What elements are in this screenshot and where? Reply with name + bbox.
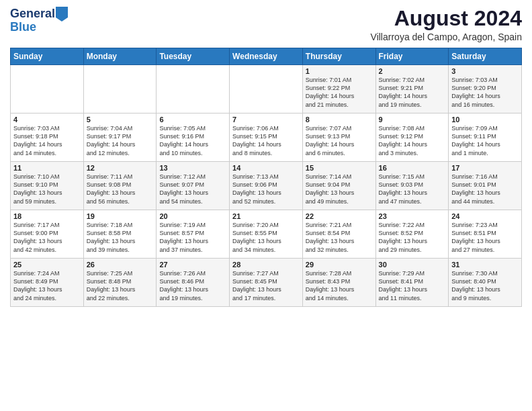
day-number: 9: [379, 116, 446, 124]
day-info: Sunrise: 7:26 AM Sunset: 8:46 PM Dayligh…: [159, 269, 226, 302]
week-row-3: 11Sunrise: 7:10 AM Sunset: 9:10 PM Dayli…: [11, 162, 522, 210]
day-info: Sunrise: 7:07 AM Sunset: 9:13 PM Dayligh…: [306, 124, 373, 157]
day-number: 20: [159, 212, 226, 220]
weekday-header-thursday: Thursday: [302, 48, 375, 65]
day-number: 19: [87, 212, 154, 220]
day-number: 2: [379, 67, 446, 75]
day-info: Sunrise: 7:30 AM Sunset: 8:40 PM Dayligh…: [451, 269, 519, 302]
day-cell: 11Sunrise: 7:10 AM Sunset: 9:10 PM Dayli…: [11, 162, 84, 210]
week-row-4: 18Sunrise: 7:17 AM Sunset: 9:00 PM Dayli…: [11, 210, 522, 259]
day-info: Sunrise: 7:18 AM Sunset: 8:58 PM Dayligh…: [87, 221, 154, 254]
day-number: 22: [306, 212, 373, 220]
day-cell: 6Sunrise: 7:05 AM Sunset: 9:16 PM Daylig…: [157, 113, 230, 162]
day-number: 23: [379, 212, 446, 220]
day-cell: 1Sunrise: 7:01 AM Sunset: 9:22 PM Daylig…: [302, 65, 375, 113]
day-number: 31: [451, 261, 519, 269]
day-info: Sunrise: 7:10 AM Sunset: 9:10 PM Dayligh…: [13, 173, 81, 205]
day-cell: 21Sunrise: 7:20 AM Sunset: 8:55 PM Dayli…: [230, 210, 303, 259]
weekday-header-monday: Monday: [83, 48, 157, 65]
day-info: Sunrise: 7:12 AM Sunset: 9:07 PM Dayligh…: [159, 173, 226, 205]
day-info: Sunrise: 7:06 AM Sunset: 9:15 PM Dayligh…: [232, 124, 300, 157]
day-cell: 18Sunrise: 7:17 AM Sunset: 9:00 PM Dayli…: [11, 210, 84, 259]
day-cell: 23Sunrise: 7:22 AM Sunset: 8:52 PM Dayli…: [375, 210, 449, 259]
day-number: 21: [232, 212, 300, 220]
day-info: Sunrise: 7:29 AM Sunset: 8:41 PM Dayligh…: [379, 269, 446, 302]
day-number: 11: [13, 164, 81, 172]
header-row: SundayMondayTuesdayWednesdayThursdayFrid…: [11, 48, 522, 65]
day-info: Sunrise: 7:16 AM Sunset: 9:01 PM Dayligh…: [451, 173, 519, 205]
day-cell: 30Sunrise: 7:29 AM Sunset: 8:41 PM Dayli…: [375, 259, 449, 307]
day-cell: 12Sunrise: 7:11 AM Sunset: 9:08 PM Dayli…: [83, 162, 157, 210]
weekday-header-sunday: Sunday: [11, 48, 84, 65]
day-number: 3: [451, 67, 519, 75]
day-number: 27: [159, 261, 226, 269]
day-info: Sunrise: 7:03 AM Sunset: 9:18 PM Dayligh…: [13, 124, 81, 157]
day-number: 29: [306, 261, 373, 269]
day-info: Sunrise: 7:27 AM Sunset: 8:45 PM Dayligh…: [232, 269, 300, 302]
day-cell: 28Sunrise: 7:27 AM Sunset: 8:45 PM Dayli…: [230, 259, 303, 307]
weekday-header-saturday: Saturday: [449, 48, 522, 65]
day-cell: 19Sunrise: 7:18 AM Sunset: 8:58 PM Dayli…: [83, 210, 157, 259]
day-number: 16: [379, 164, 446, 172]
day-number: 24: [451, 212, 519, 220]
day-info: Sunrise: 7:28 AM Sunset: 8:43 PM Dayligh…: [306, 269, 373, 302]
day-cell: 8Sunrise: 7:07 AM Sunset: 9:13 PM Daylig…: [302, 113, 375, 162]
subtitle: Villarroya del Campo, Aragon, Spain: [371, 32, 522, 42]
day-number: 28: [232, 261, 300, 269]
day-cell: 10Sunrise: 7:09 AM Sunset: 9:11 PM Dayli…: [449, 113, 522, 162]
day-cell: 7Sunrise: 7:06 AM Sunset: 9:15 PM Daylig…: [230, 113, 303, 162]
day-info: Sunrise: 7:15 AM Sunset: 9:03 PM Dayligh…: [379, 173, 446, 205]
day-number: 13: [159, 164, 226, 172]
logo-icon: [56, 7, 68, 21]
svg-marker-0: [56, 7, 68, 21]
day-info: Sunrise: 7:19 AM Sunset: 8:57 PM Dayligh…: [159, 221, 226, 254]
day-info: Sunrise: 7:11 AM Sunset: 9:08 PM Dayligh…: [87, 173, 154, 205]
title-block: August 2024 Villarroya del Campo, Aragon…: [371, 7, 522, 42]
logo-blue: Blue: [10, 20, 68, 34]
day-cell: 26Sunrise: 7:25 AM Sunset: 8:48 PM Dayli…: [83, 259, 157, 307]
weekday-header-tuesday: Tuesday: [157, 48, 230, 65]
weekday-header-wednesday: Wednesday: [230, 48, 303, 65]
day-cell: 31Sunrise: 7:30 AM Sunset: 8:40 PM Dayli…: [449, 259, 522, 307]
day-info: Sunrise: 7:14 AM Sunset: 9:04 PM Dayligh…: [306, 173, 373, 205]
main-title: August 2024: [371, 7, 522, 30]
day-cell: 16Sunrise: 7:15 AM Sunset: 9:03 PM Dayli…: [375, 162, 449, 210]
day-cell: 14Sunrise: 7:13 AM Sunset: 9:06 PM Dayli…: [230, 162, 303, 210]
day-number: 6: [159, 116, 226, 124]
week-row-1: 1Sunrise: 7:01 AM Sunset: 9:22 PM Daylig…: [11, 65, 522, 113]
day-info: Sunrise: 7:09 AM Sunset: 9:11 PM Dayligh…: [451, 124, 519, 157]
day-cell: 5Sunrise: 7:04 AM Sunset: 9:17 PM Daylig…: [83, 113, 157, 162]
day-number: 7: [232, 116, 300, 124]
day-number: 8: [306, 116, 373, 124]
day-cell: 24Sunrise: 7:23 AM Sunset: 8:51 PM Dayli…: [449, 210, 522, 259]
week-row-2: 4Sunrise: 7:03 AM Sunset: 9:18 PM Daylig…: [11, 113, 522, 162]
day-info: Sunrise: 7:25 AM Sunset: 8:48 PM Dayligh…: [87, 269, 154, 302]
page: General Blue August 2024 Villarroya del …: [0, 0, 532, 314]
day-cell: 27Sunrise: 7:26 AM Sunset: 8:46 PM Dayli…: [157, 259, 230, 307]
day-info: Sunrise: 7:05 AM Sunset: 9:16 PM Dayligh…: [159, 124, 226, 157]
day-cell: 9Sunrise: 7:08 AM Sunset: 9:12 PM Daylig…: [375, 113, 449, 162]
logo: General Blue: [10, 7, 68, 34]
day-info: Sunrise: 7:08 AM Sunset: 9:12 PM Dayligh…: [379, 124, 446, 157]
day-info: Sunrise: 7:23 AM Sunset: 8:51 PM Dayligh…: [451, 221, 519, 254]
day-cell: 25Sunrise: 7:24 AM Sunset: 8:49 PM Dayli…: [11, 259, 84, 307]
day-number: 26: [87, 261, 154, 269]
day-number: 4: [13, 116, 81, 124]
day-number: 10: [451, 116, 519, 124]
day-cell: [157, 65, 230, 113]
day-info: Sunrise: 7:03 AM Sunset: 9:20 PM Dayligh…: [451, 76, 519, 109]
day-cell: 2Sunrise: 7:02 AM Sunset: 9:21 PM Daylig…: [375, 65, 449, 113]
calendar-table: SundayMondayTuesdayWednesdayThursdayFrid…: [10, 48, 522, 307]
weekday-header-friday: Friday: [375, 48, 449, 65]
day-info: Sunrise: 7:01 AM Sunset: 9:22 PM Dayligh…: [306, 76, 373, 109]
logo-general: General: [10, 7, 55, 20]
day-number: 18: [13, 212, 81, 220]
day-cell: 17Sunrise: 7:16 AM Sunset: 9:01 PM Dayli…: [449, 162, 522, 210]
day-info: Sunrise: 7:20 AM Sunset: 8:55 PM Dayligh…: [232, 221, 300, 254]
day-info: Sunrise: 7:24 AM Sunset: 8:49 PM Dayligh…: [13, 269, 81, 302]
day-info: Sunrise: 7:22 AM Sunset: 8:52 PM Dayligh…: [379, 221, 446, 254]
day-number: 14: [232, 164, 300, 172]
day-cell: 3Sunrise: 7:03 AM Sunset: 9:20 PM Daylig…: [449, 65, 522, 113]
day-cell: 20Sunrise: 7:19 AM Sunset: 8:57 PM Dayli…: [157, 210, 230, 259]
day-number: 15: [306, 164, 373, 172]
